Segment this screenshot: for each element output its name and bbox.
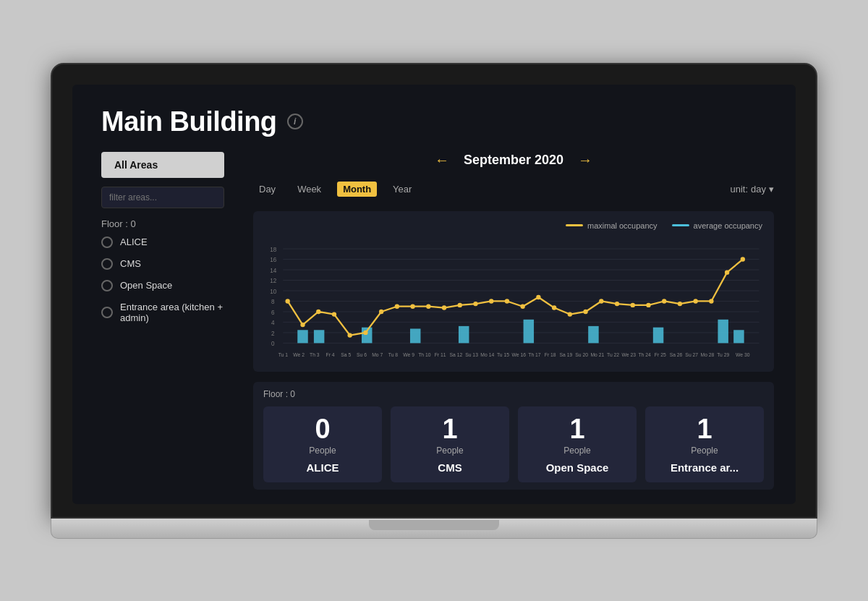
svg-point-43 — [489, 299, 493, 303]
svg-point-40 — [442, 305, 446, 310]
radio-alice[interactable] — [101, 236, 113, 248]
card-people-entrance: People — [691, 446, 718, 456]
svg-point-55 — [678, 301, 682, 305]
svg-text:We 23: We 23 — [622, 352, 637, 357]
svg-point-57 — [709, 299, 713, 303]
radio-cms[interactable] — [101, 258, 113, 270]
area-item-entrance[interactable]: Entrance area (kitchen + admin) — [101, 302, 224, 323]
svg-point-35 — [363, 330, 367, 334]
svg-point-44 — [505, 299, 509, 303]
svg-text:Sa 12: Sa 12 — [449, 352, 462, 357]
legend-color-average — [672, 224, 689, 226]
svg-text:Tu 29: Tu 29 — [717, 352, 729, 357]
unit-selector[interactable]: unit: day ▾ — [730, 184, 774, 195]
svg-text:Tu 22: Tu 22 — [607, 352, 619, 357]
svg-point-47 — [552, 305, 556, 310]
svg-text:8: 8 — [271, 299, 275, 305]
svg-text:Th 3: Th 3 — [310, 352, 320, 357]
page-title: Main Building — [101, 106, 277, 137]
floor-cards: Floor : 0 0 People ALICE 1 People — [253, 382, 774, 490]
tab-week[interactable]: Week — [292, 182, 327, 197]
card-area-name-entrance: Entrance ar... — [671, 461, 739, 474]
all-areas-button[interactable]: All Areas — [101, 152, 224, 178]
svg-text:Th 24: Th 24 — [638, 352, 651, 357]
area-name-entrance: Entrance area (kitchen + admin) — [120, 302, 224, 323]
svg-text:We 16: We 16 — [512, 352, 527, 357]
svg-text:6: 6 — [271, 309, 275, 315]
svg-text:Mo 28: Mo 28 — [701, 352, 715, 357]
svg-text:Tu 8: Tu 8 — [388, 352, 399, 357]
svg-point-45 — [521, 304, 525, 308]
svg-rect-29 — [733, 330, 744, 343]
time-controls: Day Week Month Year unit: day ▾ — [253, 182, 774, 197]
svg-point-42 — [473, 301, 477, 305]
svg-text:Th 10: Th 10 — [418, 352, 431, 357]
svg-point-54 — [662, 299, 666, 303]
card-entrance[interactable]: 1 People Entrance ar... — [645, 406, 764, 482]
chart-panel: ← September 2020 → Day Week Month Year — [239, 152, 796, 504]
month-label: September 2020 — [464, 153, 563, 168]
tab-day[interactable]: Day — [253, 182, 281, 197]
svg-text:2: 2 — [271, 330, 275, 336]
radio-entrance[interactable] — [101, 307, 113, 318]
svg-point-41 — [458, 302, 462, 307]
svg-text:14: 14 — [270, 267, 277, 273]
area-item-alice[interactable]: ALICE — [101, 236, 224, 248]
card-area-name-alice: ALICE — [307, 461, 339, 474]
svg-text:12: 12 — [270, 278, 277, 284]
card-people-alice: People — [309, 446, 336, 456]
svg-point-49 — [583, 309, 587, 313]
svg-point-32 — [316, 309, 320, 313]
svg-text:Tu 1: Tu 1 — [278, 352, 289, 357]
laptop-base — [51, 519, 817, 539]
svg-text:0: 0 — [271, 341, 275, 347]
svg-point-33 — [332, 312, 336, 316]
card-cms[interactable]: 1 People CMS — [391, 406, 509, 482]
svg-point-37 — [395, 304, 399, 308]
svg-text:Sa 26: Sa 26 — [670, 352, 683, 357]
svg-text:Fr 18: Fr 18 — [545, 352, 556, 357]
svg-point-34 — [348, 333, 352, 337]
area-item-cms[interactable]: CMS — [101, 258, 224, 270]
chart-legend: maximal occupancy average occupancy — [265, 221, 762, 230]
svg-text:Su 20: Su 20 — [575, 352, 588, 357]
next-month-button[interactable]: → — [578, 152, 592, 169]
prev-month-button[interactable]: ← — [435, 152, 449, 169]
tab-year[interactable]: Year — [387, 182, 417, 197]
svg-text:10: 10 — [270, 288, 277, 294]
card-openspace[interactable]: 1 People Open Space — [518, 406, 637, 482]
svg-text:16: 16 — [270, 257, 277, 263]
svg-point-38 — [410, 304, 414, 308]
svg-rect-26 — [588, 325, 598, 343]
card-area-name-cms: CMS — [438, 461, 461, 474]
svg-point-48 — [568, 312, 572, 316]
filter-input[interactable] — [101, 187, 224, 208]
cards-row: 0 People ALICE 1 People CMS — [263, 406, 764, 482]
svg-point-58 — [725, 270, 729, 274]
radio-openspace[interactable] — [101, 280, 113, 291]
svg-text:Su 6: Su 6 — [357, 352, 367, 357]
area-name-alice: ALICE — [120, 236, 148, 247]
svg-rect-25 — [524, 319, 534, 343]
svg-rect-23 — [410, 328, 420, 343]
app-container: Main Building i All Areas Floor : 0 ALIC… — [72, 85, 796, 504]
svg-text:We 30: We 30 — [736, 352, 750, 357]
svg-text:Mo 21: Mo 21 — [590, 352, 604, 357]
area-item-openspace[interactable]: Open Space — [101, 280, 224, 291]
svg-point-50 — [599, 299, 603, 303]
card-alice[interactable]: 0 People ALICE — [263, 406, 382, 482]
tab-month[interactable]: Month — [337, 182, 377, 197]
card-people-cms: People — [436, 446, 463, 456]
chart-area: 18 16 14 12 10 8 6 4 2 0 — [265, 236, 762, 373]
card-count-alice: 0 — [315, 415, 330, 443]
info-icon[interactable]: i — [287, 114, 303, 129]
legend-label-maximal: maximal occupancy — [587, 221, 658, 230]
svg-text:Sa 5: Sa 5 — [341, 352, 351, 357]
svg-text:Su 27: Su 27 — [685, 352, 698, 357]
svg-text:Mo 14: Mo 14 — [480, 352, 494, 357]
area-name-cms: CMS — [120, 258, 141, 269]
legend-color-maximal — [566, 224, 583, 226]
svg-text:Mo 7: Mo 7 — [372, 352, 383, 357]
card-count-entrance: 1 — [697, 415, 712, 443]
chart-svg: 18 16 14 12 10 8 6 4 2 0 — [265, 236, 762, 373]
